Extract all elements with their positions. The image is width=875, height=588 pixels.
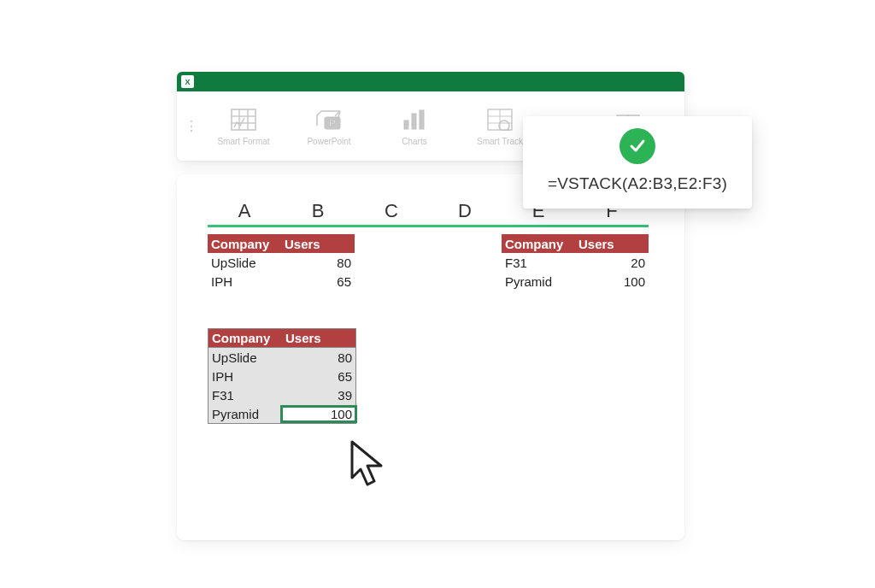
ribbon-powerpoint[interactable]: P PowerPoint bbox=[286, 106, 372, 146]
ribbon-smart-format[interactable]: Smart Format bbox=[201, 106, 286, 146]
formula-text: =VSTACK(A2:B3,E2:F3) bbox=[548, 174, 727, 193]
table-row: F31 39 bbox=[208, 385, 355, 404]
cell-users[interactable]: 65 bbox=[282, 369, 355, 384]
powerpoint-icon: P bbox=[314, 106, 344, 133]
header-company[interactable]: Company bbox=[208, 331, 282, 345]
cell-company[interactable]: Pyramid bbox=[208, 407, 282, 421]
cell-company[interactable]: UpSlide bbox=[208, 350, 282, 365]
header-company[interactable]: Company bbox=[208, 237, 281, 251]
col-header-D[interactable]: D bbox=[428, 200, 502, 227]
col-header-C[interactable]: C bbox=[355, 200, 428, 227]
mouse-cursor-icon bbox=[349, 440, 388, 493]
cell-company[interactable]: F31 bbox=[208, 388, 282, 403]
table-row: Pyramid 100 bbox=[208, 404, 355, 423]
table-row: IPH 65 bbox=[208, 272, 355, 291]
ribbon-item-label: Charts bbox=[402, 137, 426, 146]
header-users[interactable]: Users bbox=[281, 237, 355, 251]
excel-glyph: X bbox=[185, 78, 190, 86]
cell-users[interactable]: 20 bbox=[575, 256, 649, 270]
excel-icon: X bbox=[181, 75, 194, 88]
formula-popup: =VSTACK(A2:B3,E2:F3) bbox=[523, 116, 752, 209]
cell-company[interactable]: IPH bbox=[208, 369, 282, 384]
cell-users[interactable]: 39 bbox=[282, 388, 355, 403]
table-row: UpSlide 80 bbox=[208, 348, 355, 367]
cell-company[interactable]: Pyramid bbox=[502, 274, 575, 289]
ribbon-item-label: Smart Format bbox=[217, 137, 269, 146]
svg-text:P: P bbox=[329, 118, 335, 128]
header-users[interactable]: Users bbox=[282, 331, 355, 345]
cell-users[interactable]: 65 bbox=[281, 274, 355, 289]
active-cell[interactable]: 100 bbox=[282, 407, 355, 421]
cell-company[interactable]: F31 bbox=[502, 256, 575, 270]
table-header-row: Company Users bbox=[208, 329, 355, 348]
success-check-icon bbox=[620, 128, 655, 164]
smart-track-icon bbox=[484, 106, 515, 133]
cell-users[interactable]: 100 bbox=[575, 274, 649, 289]
cell-company[interactable]: UpSlide bbox=[208, 256, 281, 270]
table-row: Pyramid 100 bbox=[502, 272, 649, 291]
svg-rect-7 bbox=[404, 121, 408, 129]
cell-users[interactable]: 80 bbox=[281, 256, 355, 270]
svg-rect-8 bbox=[412, 114, 416, 129]
table-header-row: Company Users bbox=[502, 234, 649, 253]
titlebar: X bbox=[177, 72, 684, 91]
source-table-a: Company Users UpSlide 80 IPH 65 bbox=[208, 234, 355, 291]
cell-company[interactable]: IPH bbox=[208, 274, 281, 289]
header-company[interactable]: Company bbox=[502, 237, 575, 251]
table-row: UpSlide 80 bbox=[208, 253, 355, 272]
header-users[interactable]: Users bbox=[575, 237, 649, 251]
table-row: IPH 65 bbox=[208, 367, 355, 385]
spreadsheet-card: A B C D E F Company Users UpSlide 80 IPH… bbox=[177, 174, 684, 540]
col-header-B[interactable]: B bbox=[281, 200, 355, 227]
svg-rect-9 bbox=[420, 110, 424, 129]
cell-users[interactable]: 80 bbox=[282, 350, 355, 365]
source-table-b: Company Users F31 20 Pyramid 100 bbox=[502, 234, 649, 291]
ribbon-charts[interactable]: Charts bbox=[372, 106, 457, 146]
table-header-row: Company Users bbox=[208, 234, 355, 253]
bar-chart-icon bbox=[399, 106, 430, 133]
col-header-A[interactable]: A bbox=[208, 200, 281, 227]
table-row: F31 20 bbox=[502, 253, 649, 272]
ribbon-item-label: Smart Track bbox=[477, 137, 523, 146]
ribbon-item-label: PowerPoint bbox=[307, 137, 350, 146]
grid-icon bbox=[228, 106, 259, 133]
result-selection[interactable]: Company Users UpSlide 80 IPH 65 F31 39 P… bbox=[208, 328, 356, 424]
ribbon-more-icon[interactable]: ⋮ bbox=[177, 118, 201, 134]
